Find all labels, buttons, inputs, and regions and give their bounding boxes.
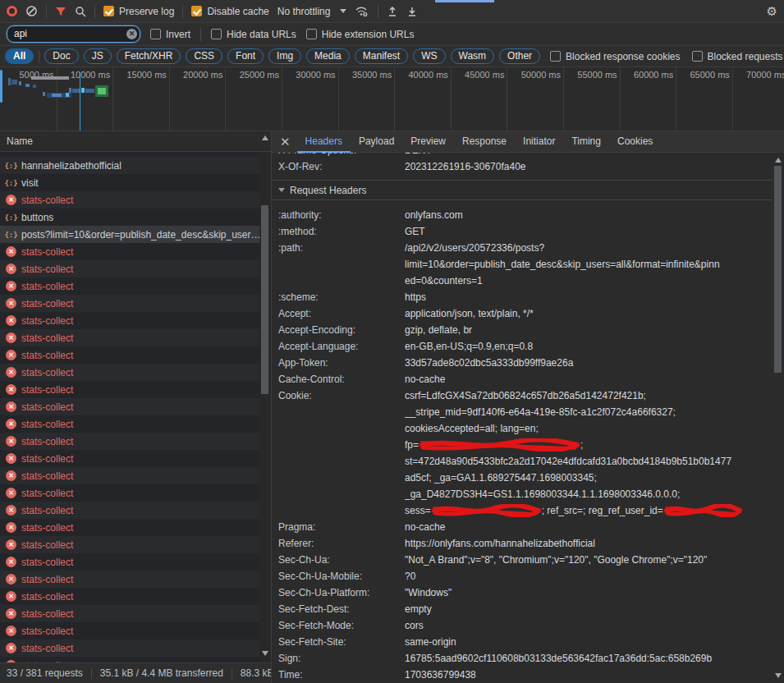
type-pill-font[interactable]: Font — [227, 48, 264, 64]
header-value: onlyfans.com — [405, 207, 773, 223]
type-pill-img[interactable]: Img — [268, 48, 301, 64]
scrollbar-thumb[interactable] — [261, 205, 268, 394]
request-list-scrollbar[interactable] — [259, 131, 271, 662]
request-row[interactable]: {:}buttons — [0, 209, 259, 226]
request-row[interactable]: ✕stats-collect — [0, 415, 259, 433]
divider — [91, 668, 92, 679]
request-row[interactable]: ✕stats-collect — [0, 260, 259, 277]
error-icon: ✕ — [6, 643, 16, 653]
request-row[interactable]: ✕stats-collect — [0, 519, 259, 536]
disable-cache-checkbox[interactable] — [191, 6, 202, 16]
hide-data-urls-checkbox[interactable] — [211, 29, 222, 39]
type-pill-manifest[interactable]: Manifest — [355, 48, 408, 64]
type-pill-fetch-xhr[interactable]: Fetch/XHR — [117, 48, 181, 64]
request-row[interactable]: ✕stats-collect — [0, 536, 259, 553]
invert-toggle[interactable]: Invert — [150, 29, 190, 40]
settings-gear-icon[interactable]: ⚙ — [767, 4, 777, 19]
details-scrollbar[interactable] — [773, 153, 784, 683]
request-row[interactable]: ✕stats-collect — [0, 381, 259, 398]
hide-extension-urls-toggle[interactable]: Hide extension URLs — [306, 29, 415, 40]
search-icon[interactable] — [75, 6, 86, 17]
request-row[interactable]: ✕stats-collect — [0, 191, 259, 209]
type-pill-other[interactable]: Other — [499, 48, 540, 64]
type-pill-css[interactable]: CSS — [186, 48, 222, 64]
filter-toggle-blocked-response-cookies[interactable]: Blocked response cookies — [550, 51, 680, 62]
value-text: no-cache — [405, 519, 445, 535]
request-row[interactable]: ✕stats-collect — [0, 277, 259, 295]
request-row[interactable]: ✕stats-collect — [0, 312, 259, 329]
request-row[interactable]: ✕stats-collect — [0, 588, 259, 605]
request-row[interactable]: ✕stats-collect — [0, 657, 259, 662]
request-row[interactable]: ✕stats-collect — [0, 329, 259, 346]
tab-payload[interactable]: Payload — [351, 131, 402, 153]
request-row[interactable]: ✕stats-collect — [0, 450, 259, 467]
filter-toggle-blocked-requests[interactable]: Blocked requests — [692, 51, 783, 62]
timeline-tick-label: 55000 ms — [577, 70, 617, 80]
request-row[interactable]: ✕stats-collect — [0, 346, 259, 364]
invert-checkbox[interactable] — [150, 29, 161, 39]
checkbox[interactable] — [550, 51, 561, 62]
request-row[interactable]: ✕stats-collect — [0, 467, 259, 484]
header-value: same-origin — [405, 634, 773, 650]
type-pill-wasm[interactable]: Wasm — [451, 48, 495, 64]
filter-input[interactable] — [7, 25, 140, 43]
preserve-log-toggle[interactable]: Preserve log — [103, 6, 174, 17]
tab-timing[interactable]: Timing — [563, 131, 609, 153]
export-har-icon[interactable] — [406, 6, 418, 17]
request-row[interactable]: {:}hannahelizabethofficial — [0, 157, 259, 174]
request-row[interactable]: ✕stats-collect — [0, 605, 259, 622]
name-column-header[interactable]: Name — [0, 131, 271, 152]
request-row[interactable]: ✕stats-collect — [0, 433, 259, 450]
request-headers-section-header[interactable]: Request Headers — [272, 181, 773, 200]
clear-icon[interactable] — [25, 5, 38, 17]
type-pill-ws[interactable]: WS — [413, 48, 445, 64]
network-conditions-icon[interactable] — [355, 5, 369, 17]
import-har-icon[interactable] — [387, 6, 398, 17]
tab-headers[interactable]: Headers — [297, 131, 351, 153]
request-row[interactable]: ✕stats-collect — [0, 484, 259, 502]
value-text: en-GB,en-US;q=0.9,en;q=0.8 — [405, 338, 533, 355]
timeline-overview[interactable]: 5000 ms10000 ms15000 ms20000 ms25000 ms3… — [0, 67, 784, 131]
scrollbar-thumb[interactable] — [774, 166, 782, 373]
tab-initiator[interactable]: Initiator — [515, 131, 563, 153]
tab-preview[interactable]: Preview — [402, 131, 454, 153]
type-pill-media[interactable]: Media — [306, 48, 350, 64]
filter-clear-icon[interactable]: ✕ — [126, 29, 137, 39]
tab-response[interactable]: Response — [454, 131, 515, 153]
disable-cache-toggle[interactable]: Disable cache — [191, 6, 268, 17]
preserve-log-checkbox[interactable] — [103, 6, 114, 16]
request-row[interactable]: {:}posts?limit=10&order=publish_date_des… — [0, 226, 259, 243]
request-row[interactable]: ✕stats-collect — [0, 553, 259, 571]
hide-data-urls-toggle[interactable]: Hide data URLs — [211, 29, 296, 40]
waterfall-bar — [85, 89, 94, 93]
tab-cookies[interactable]: Cookies — [609, 131, 661, 153]
timeline-cursor — [80, 72, 80, 131]
request-name: stats-collect — [21, 557, 73, 568]
type-pill-all[interactable]: All — [5, 48, 34, 64]
request-row[interactable]: ✕stats-collect — [0, 295, 259, 312]
request-row[interactable]: ✕stats-collect — [0, 622, 259, 639]
error-icon: ✕ — [6, 591, 16, 602]
request-row[interactable]: ✕stats-collect — [0, 364, 259, 381]
request-name: stats-collect — [21, 401, 73, 413]
type-pill-doc[interactable]: Doc — [44, 48, 78, 64]
request-row[interactable]: ✕stats-collect — [0, 243, 259, 260]
throttling-dropdown[interactable]: No throttling — [277, 6, 347, 17]
request-row[interactable]: ✕stats-collect — [0, 639, 259, 657]
request-row[interactable]: ✕stats-collect — [0, 571, 259, 588]
scroll-down-icon[interactable] — [775, 673, 782, 678]
record-button[interactable] — [7, 6, 17, 16]
close-icon[interactable]: ✕ — [280, 135, 291, 149]
request-name: stats-collect — [21, 350, 73, 361]
timeline-selection-handle[interactable] — [0, 70, 2, 103]
scroll-up-icon[interactable] — [262, 135, 268, 140]
checkbox[interactable] — [692, 51, 703, 62]
filter-icon[interactable] — [55, 6, 66, 17]
request-row[interactable]: ✕stats-collect — [0, 398, 259, 415]
type-pill-js[interactable]: JS — [84, 48, 112, 64]
request-row[interactable]: ✕stats-collect — [0, 502, 259, 519]
request-row[interactable]: {:}visit — [0, 174, 259, 191]
scroll-up-icon[interactable] — [775, 158, 782, 163]
scroll-down-icon[interactable] — [262, 651, 268, 656]
hide-extension-urls-checkbox[interactable] — [306, 29, 317, 39]
